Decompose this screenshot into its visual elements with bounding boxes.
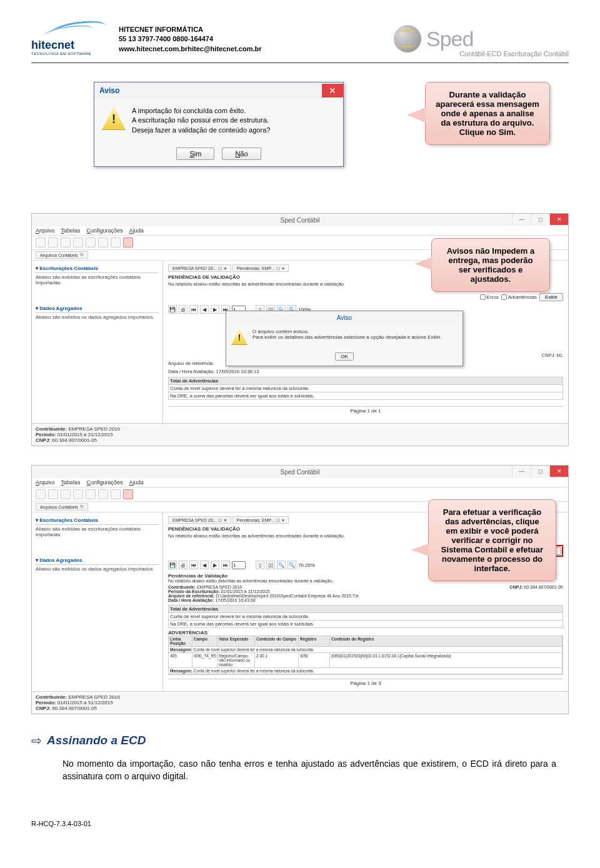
toolbar-icon[interactable] (98, 237, 108, 247)
menu-ajuda[interactable]: Ajuda (129, 227, 144, 234)
save-icon[interactable]: 💾 (168, 561, 177, 569)
zoom-in-icon[interactable]: 🔍 (288, 561, 296, 569)
close-icon[interactable]: ✕ (322, 84, 343, 97)
minimize-icon[interactable]: — (512, 466, 531, 477)
tab-close-icon[interactable]: × (224, 518, 226, 522)
nav-first-icon[interactable]: ⏮ (189, 561, 198, 569)
tab-close-icon[interactable]: × (224, 266, 226, 271)
toolbar-icon[interactable] (36, 489, 46, 499)
menu-configuracoes[interactable]: Configurações (87, 227, 123, 234)
side-head-escrituracoes[interactable]: Escriturações Contábeis (36, 264, 159, 273)
toolbar-icon[interactable] (111, 237, 121, 247)
toolbar-delete-icon[interactable] (123, 489, 133, 499)
cnpj-value: 60.384.807/0001-05 (524, 585, 563, 589)
company-phone: 55 13 3797-7400 0800-164474 (119, 34, 381, 44)
dt-value: 17/05/2016 10:38:13 (216, 369, 259, 374)
table-header: Total de Advertências (168, 605, 563, 613)
nav-last-icon[interactable]: ⏭ (221, 561, 230, 569)
advertencias-grid-title: ADVERTÊNCIAS (168, 630, 563, 636)
nav-first-icon[interactable]: ⏮ (189, 305, 198, 314)
side-head-escrituracoes[interactable]: Escriturações Contábeis (36, 516, 159, 525)
grid-header: Valor Esperado (218, 636, 255, 647)
zoom-value: 76.28% (298, 562, 315, 568)
cnpj-label: CNPJ: (509, 585, 522, 589)
tab-pendencias[interactable]: Pendências: EMP... ◻ × (232, 264, 289, 272)
table-row: Conta de nível superior deverá ter a mes… (168, 613, 563, 621)
close-icon[interactable]: ✕ (549, 466, 568, 477)
nav-prev-icon[interactable]: ◀ (200, 561, 209, 569)
menu-arquivo[interactable]: Arquivo (36, 227, 55, 234)
advertencias-checkbox[interactable]: Advertências (501, 293, 537, 301)
logo-subtitle: TECNOLOGIA EM SOFTWARE (31, 52, 91, 56)
menu-bar: Arquivo Tabelas Configurações Ajuda (32, 226, 568, 236)
toolbar-icon[interactable] (36, 237, 46, 247)
tab-close-icon[interactable]: × (282, 518, 284, 522)
tab-close-icon[interactable]: × (282, 266, 284, 271)
exibir-button[interactable]: Exibir (539, 293, 563, 301)
tab-empresa[interactable]: EMPRESA SPED 20... ◻ × (168, 264, 231, 272)
toolbar-icon[interactable] (48, 237, 58, 247)
footer-cnpj-value: 60.384.807/0001-05 (52, 437, 97, 443)
side-head-dados[interactable]: Dados Agregados (36, 556, 159, 565)
dialog-titlebar[interactable]: Aviso ✕ (94, 82, 343, 99)
window-titlebar[interactable]: Sped Contábil — ◻ ✕ (32, 466, 568, 478)
periodo-value: 01/01/2015 à 31/12/2015 (221, 589, 270, 594)
menu-tabelas[interactable]: Tabelas (61, 479, 81, 486)
company-web-email[interactable]: www.hitecnet.com.brhitec@hitecnet.com.br (119, 45, 262, 52)
side-head-dados[interactable]: Dados Agregados (36, 304, 159, 313)
sidebar-tab-arquivos[interactable]: Arquivos Contábeis ↻ (36, 251, 88, 259)
callout-text: Para efetuar a verificação das advertênc… (441, 507, 543, 573)
close-icon[interactable]: ✕ (549, 214, 568, 225)
tab-empresa[interactable]: EMPRESA SPED 20... ◻ × (168, 516, 231, 524)
menu-configuracoes[interactable]: Configurações (87, 479, 123, 486)
table-row: Conta de nível superior deverá ter a mes… (168, 385, 563, 392)
maximize-icon[interactable]: ◻ (531, 214, 549, 225)
menu-arquivo[interactable]: Arquivo (36, 479, 55, 486)
toolbar-icon[interactable] (61, 237, 71, 247)
company-name: HITECNET INFORMÁTICA (119, 25, 381, 34)
menu-ajuda[interactable]: Ajuda (129, 479, 144, 486)
zoom-out-icon[interactable]: 🔍 (277, 561, 286, 569)
minimize-icon[interactable]: — (512, 214, 531, 225)
side-note: Abaixo são exibidos os dados agregados i… (36, 566, 159, 572)
modal-titlebar[interactable]: Aviso (226, 311, 462, 324)
window-titlebar[interactable]: Sped Contábil — ◻ ✕ (32, 214, 568, 226)
toolbar-icon[interactable] (48, 489, 58, 499)
footer-info: Contribuinte: EMPRESA SPED 2016 Período:… (32, 691, 568, 714)
nav-prev-icon[interactable]: ◀ (200, 305, 209, 314)
sim-button[interactable]: Sim (176, 147, 214, 160)
toolbar-icon[interactable] (86, 237, 96, 247)
callout-verificacao: Para efetuar a verificação das advertênc… (428, 499, 556, 581)
erros-checkbox[interactable]: Erros (480, 293, 499, 301)
nav-next-icon[interactable]: ▶ (211, 305, 219, 314)
toolbar-icon[interactable] (111, 489, 121, 499)
dialog-line: Deseja fazer a validação de conteúdo ago… (132, 126, 336, 135)
page-input[interactable] (232, 561, 246, 569)
sped-word: Sped (426, 27, 473, 51)
menu-tabelas[interactable]: Tabelas (61, 227, 81, 234)
page-double-icon[interactable]: ▯▯ (266, 561, 275, 569)
print-icon[interactable]: 🖨 (179, 561, 188, 569)
nao-button[interactable]: Não (222, 147, 261, 160)
toolbar-icon[interactable] (73, 237, 83, 247)
toolbar-icon[interactable] (86, 489, 96, 499)
page-icon[interactable]: ▯ (256, 561, 264, 569)
callout-text: Durante a validação aparecerá essa mensa… (436, 90, 539, 137)
globe-icon (394, 25, 421, 52)
tab-pendencias[interactable]: Pendências: EMP... ◻ × (232, 516, 289, 524)
sidebar-tab-arquivos[interactable]: Arquivos Contábeis ↻ (36, 503, 88, 511)
toolbar-icon[interactable] (98, 489, 108, 499)
grid-header: Campo (192, 636, 218, 647)
nav-next-icon[interactable]: ▶ (211, 561, 219, 569)
maximize-icon[interactable]: ◻ (531, 466, 549, 477)
ok-button[interactable]: OK (335, 352, 354, 361)
callout-text: Avisos não Impedem a entrega, mas poderã… (447, 246, 534, 284)
toolbar-icon[interactable] (73, 489, 83, 499)
sped-tagline: Contábil-ECD Escrituração Contábil (394, 50, 569, 57)
print-icon[interactable]: 🖨 (179, 305, 188, 314)
arrow-icon: ⇨ (31, 733, 42, 748)
toolbar-delete-icon[interactable] (123, 237, 133, 247)
grid-cell: I050_T4_R5 (192, 653, 218, 668)
toolbar-icon[interactable] (61, 489, 71, 499)
save-icon[interactable]: 💾 (168, 305, 177, 314)
